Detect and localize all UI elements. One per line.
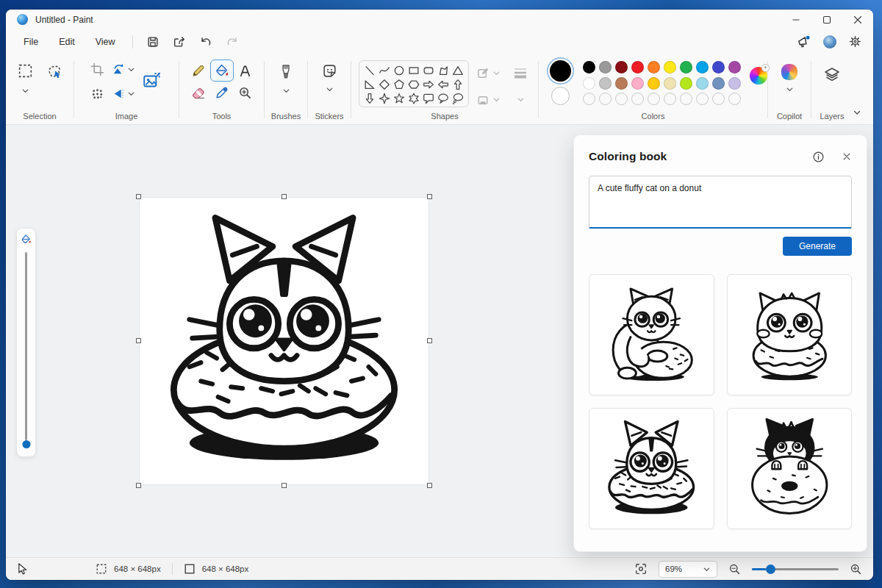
save-button[interactable] — [142, 32, 164, 51]
palette-color-swatch[interactable] — [583, 77, 595, 90]
shape-rectangle[interactable] — [407, 64, 420, 77]
palette-color-swatch[interactable] — [696, 61, 709, 74]
palette-empty-slot[interactable] — [664, 93, 676, 105]
drawing-canvas[interactable] — [140, 198, 429, 484]
menu-view[interactable]: View — [85, 33, 126, 51]
magnifier-tool[interactable] — [234, 82, 257, 104]
shape-polygon[interactable] — [437, 64, 450, 77]
result-thumbnail-cat-hugging-donut[interactable] — [589, 274, 714, 395]
palette-color-swatch[interactable] — [664, 61, 676, 74]
tolerance-slider-track[interactable] — [25, 252, 27, 440]
copilot-dropdown-chevron[interactable] — [786, 85, 794, 93]
free-form-select-button[interactable] — [46, 63, 62, 95]
palette-color-swatch[interactable] — [599, 77, 612, 90]
selection-dropdown-chevron[interactable] — [21, 87, 29, 95]
zoom-slider[interactable] — [752, 564, 839, 574]
shape-curve[interactable] — [378, 64, 391, 77]
color-picker-tool[interactable] — [210, 82, 234, 104]
palette-color-swatch[interactable] — [615, 77, 628, 90]
brushes-dropdown-chevron[interactable] — [282, 87, 290, 95]
palette-color-swatch[interactable] — [648, 61, 660, 74]
copilot-icon[interactable] — [781, 64, 797, 80]
selection-handle-top-left[interactable] — [136, 194, 141, 199]
palette-color-swatch[interactable] — [664, 77, 676, 90]
selection-handle-bottom-right[interactable] — [427, 483, 432, 488]
generate-button[interactable]: Generate — [783, 237, 852, 256]
rectangle-select-button[interactable] — [18, 63, 33, 79]
text-tool[interactable] — [234, 60, 257, 82]
selection-handle-top-right[interactable] — [427, 194, 432, 199]
shape-five-point-star[interactable] — [392, 92, 406, 105]
shape-lightning[interactable] — [378, 106, 391, 108]
undo-button[interactable] — [195, 32, 217, 51]
shape-pentagon[interactable] — [392, 78, 406, 91]
fill-tool-selected[interactable] — [210, 60, 234, 82]
zoom-level-dropdown[interactable]: 69% — [659, 561, 717, 578]
maximize-button[interactable] — [811, 10, 842, 29]
shape-rounded-rectangle[interactable] — [422, 64, 435, 77]
menu-edit[interactable]: Edit — [49, 33, 85, 51]
brushes-button[interactable] — [279, 63, 293, 80]
result-thumbnail-black-cat-behind-donut[interactable] — [727, 408, 853, 529]
shape-cloud[interactable] — [363, 106, 376, 108]
palette-empty-slot[interactable] — [615, 93, 628, 105]
shape-fill-chevron[interactable] — [492, 96, 501, 104]
palette-empty-slot[interactable] — [599, 93, 612, 105]
flip-dropdown-chevron[interactable] — [127, 90, 135, 98]
share-button[interactable] — [168, 32, 190, 51]
shape-outline-chevron[interactable] — [492, 69, 501, 77]
panel-close-icon[interactable] — [842, 151, 852, 162]
shape-ellipse[interactable] — [392, 64, 406, 77]
minimize-button[interactable] — [781, 10, 811, 29]
foreground-color-swatch[interactable] — [550, 60, 571, 82]
tolerance-slider-thumb[interactable] — [22, 440, 30, 448]
palette-color-swatch[interactable] — [648, 77, 660, 90]
shape-triangle[interactable] — [451, 64, 465, 77]
stickers-dropdown-chevron[interactable] — [326, 85, 334, 93]
palette-color-swatch[interactable] — [583, 61, 595, 74]
palette-empty-slot[interactable] — [631, 93, 644, 105]
palette-color-swatch[interactable] — [615, 61, 628, 74]
prompt-input[interactable]: A cute fluffy cat on a donut — [589, 176, 851, 227]
selection-handle-middle-left[interactable] — [136, 338, 141, 343]
flip-button[interactable] — [111, 87, 125, 101]
palette-empty-slot[interactable] — [648, 93, 660, 105]
shape-right-triangle[interactable] — [363, 78, 376, 91]
rotate-button[interactable] — [111, 62, 125, 76]
account-avatar[interactable] — [823, 35, 836, 49]
palette-empty-slot[interactable] — [728, 93, 741, 105]
shape-thickness-button[interactable] — [512, 65, 528, 80]
shape-six-point-star[interactable] — [407, 92, 420, 105]
palette-color-swatch[interactable] — [680, 77, 692, 90]
eraser-tool[interactable] — [187, 82, 210, 104]
pencil-tool[interactable] — [187, 60, 210, 82]
info-icon[interactable] — [812, 151, 825, 163]
crop-button[interactable] — [90, 62, 104, 76]
zoom-in-button[interactable] — [850, 563, 862, 576]
rotate-dropdown-chevron[interactable] — [127, 65, 135, 74]
shape-arrow-right[interactable] — [422, 78, 435, 91]
shape-line[interactable] — [363, 64, 376, 77]
result-thumbnail-chubby-cat-on-donut[interactable] — [727, 274, 853, 395]
selection-handle-bottom-middle[interactable] — [282, 483, 287, 488]
zoom-out-button[interactable] — [728, 563, 741, 576]
palette-color-swatch[interactable] — [696, 77, 709, 90]
shape-arrow-up[interactable] — [451, 78, 465, 91]
shape-thickness-chevron[interactable] — [517, 96, 525, 104]
layers-button[interactable] — [823, 66, 841, 84]
menu-file[interactable]: File — [13, 33, 49, 51]
shape-four-point-star[interactable] — [378, 92, 391, 105]
palette-color-swatch[interactable] — [680, 61, 692, 74]
background-color-swatch[interactable] — [551, 87, 570, 105]
result-thumbnail-cat-inside-donut[interactable] — [589, 408, 714, 529]
palette-color-swatch[interactable] — [712, 61, 725, 74]
selection-handle-top-middle[interactable] — [282, 194, 287, 199]
shape-diamond[interactable] — [378, 78, 391, 91]
palette-color-swatch[interactable] — [631, 77, 644, 90]
selection-handle-middle-right[interactable] — [427, 338, 432, 343]
palette-color-swatch[interactable] — [631, 61, 644, 74]
shape-arrow-left[interactable] — [437, 78, 450, 91]
shape-rounded-callout[interactable] — [422, 92, 435, 105]
edit-colors-button[interactable]: + — [750, 67, 767, 86]
shape-oval-callout[interactable] — [437, 92, 450, 105]
